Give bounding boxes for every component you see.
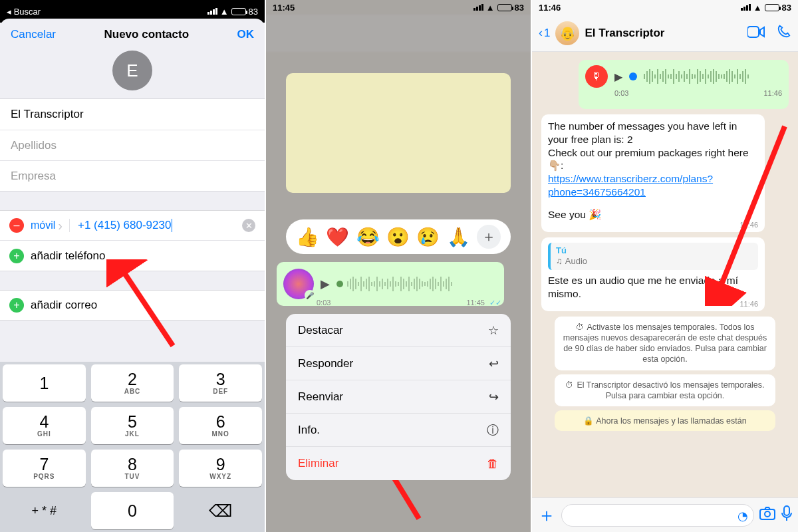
key-6[interactable]: 6MNO bbox=[179, 407, 262, 444]
signal-icon bbox=[741, 4, 751, 11]
timer-icon: ⏱ bbox=[576, 323, 585, 332]
key-0[interactable]: 0 bbox=[91, 492, 174, 529]
key-8[interactable]: 8TUV bbox=[91, 450, 174, 487]
forward-icon: ↪ bbox=[489, 390, 499, 404]
wifi-icon: ▲ bbox=[753, 3, 762, 13]
emoji-pray[interactable]: 🙏 bbox=[447, 226, 470, 248]
status-bar: 11:45 ▲ 83 bbox=[266, 0, 531, 15]
pane-chat: 11:46 ▲ 83 ‹1 👴 El Transcriptor 🎙 ▶ 0:03… bbox=[532, 0, 798, 532]
avatar[interactable]: E bbox=[112, 51, 152, 90]
waveform-icon bbox=[644, 69, 782, 84]
read-ticks-icon: ✓✓ bbox=[487, 299, 501, 307]
more-reactions-button[interactable]: ＋ bbox=[477, 225, 501, 249]
signal-icon bbox=[207, 8, 217, 15]
emoji-sad[interactable]: 😢 bbox=[416, 226, 440, 248]
lock-icon: 🔒 bbox=[583, 416, 596, 426]
message-time: 11:46 bbox=[739, 299, 758, 309]
waveform-icon bbox=[347, 278, 497, 290]
back-button[interactable]: ‹1 bbox=[539, 26, 550, 40]
wifi-icon: ▲ bbox=[220, 7, 229, 17]
reply-icon: ↩ bbox=[489, 356, 499, 371]
add-email-button[interactable]: + añadir correo bbox=[0, 290, 265, 321]
emoji-wow[interactable]: 😮 bbox=[386, 226, 410, 248]
emoji-heart[interactable]: ❤️ bbox=[326, 226, 349, 248]
audio-call-icon[interactable] bbox=[777, 24, 791, 43]
playhead-icon[interactable] bbox=[629, 72, 637, 80]
emoji-thumbsup[interactable]: 👍 bbox=[296, 226, 319, 248]
phone-number-input[interactable]: +1 (415) 680-9230 bbox=[69, 219, 242, 233]
voice-message[interactable]: 🎤 ▶ 0:03 11:45 ✓✓ bbox=[277, 262, 504, 306]
last-name-field[interactable]: Apellidos bbox=[0, 130, 265, 160]
system-message[interactable]: ⏱El Transcriptor desactivó los mensajes … bbox=[555, 374, 775, 407]
mic-icon: 🎙 bbox=[585, 65, 608, 88]
add-phone-button[interactable]: + añadir teléfono bbox=[0, 241, 265, 271]
svg-rect-5 bbox=[784, 506, 789, 515]
menu-forward[interactable]: Reenviar↪ bbox=[286, 380, 511, 414]
sender-avatar: 🎤 bbox=[283, 269, 314, 299]
star-icon: ☆ bbox=[488, 323, 499, 338]
company-field[interactable]: Empresa bbox=[0, 160, 265, 191]
numeric-keypad: 1 2ABC 3DEF 4GHI 5JKL 6MNO 7PQRS 8TUV 9W… bbox=[0, 362, 265, 532]
encryption-banner bbox=[286, 73, 511, 193]
voice-time: 11:45 bbox=[466, 299, 485, 307]
contact-name[interactable]: El Transcriptor bbox=[585, 27, 735, 40]
key-5[interactable]: 5JKL bbox=[91, 407, 174, 444]
playhead-icon[interactable] bbox=[336, 281, 343, 287]
signal-icon bbox=[473, 4, 483, 11]
video-call-icon[interactable] bbox=[747, 25, 765, 42]
wifi-icon: ▲ bbox=[486, 3, 495, 13]
play-icon[interactable]: ▶ bbox=[614, 70, 622, 83]
emoji-laugh[interactable]: 😂 bbox=[356, 226, 380, 248]
key-3[interactable]: 3DEF bbox=[179, 364, 262, 402]
key-7[interactable]: 7PQRS bbox=[3, 450, 86, 487]
menu-star[interactable]: Destacar☆ bbox=[286, 314, 511, 347]
timer-icon: ⏱ bbox=[565, 380, 574, 390]
plus-icon: + bbox=[9, 298, 24, 313]
cancel-button[interactable]: Cancelar bbox=[11, 28, 56, 41]
key-4[interactable]: 4GHI bbox=[3, 407, 86, 444]
key-9[interactable]: 9WXYZ bbox=[179, 450, 262, 487]
attach-button[interactable]: ＋ bbox=[537, 503, 556, 528]
modal-title: Nuevo contacto bbox=[104, 28, 190, 41]
key-1[interactable]: 1 bbox=[3, 364, 86, 402]
camera-icon[interactable] bbox=[759, 507, 775, 524]
chat-header: ‹1 👴 El Transcriptor bbox=[532, 15, 798, 52]
svg-point-4 bbox=[765, 511, 770, 517]
message-input[interactable]: ◔ bbox=[561, 504, 754, 527]
message-time: 11:46 bbox=[739, 220, 758, 229]
incoming-transcription[interactable]: Tú ♫Audio Este es un audio que me he env… bbox=[541, 237, 765, 311]
incoming-message[interactable]: The number of messages you have left in … bbox=[541, 114, 765, 232]
info-icon: ⓘ bbox=[487, 422, 499, 438]
key-2[interactable]: 2ABC bbox=[91, 364, 174, 402]
battery-icon bbox=[497, 4, 512, 11]
chat-body: 🎙 ▶ 0:0311:46 The number of messages you… bbox=[532, 52, 798, 497]
pane-message-menu: 11:45 ▲ 83 👍 ❤️ 😂 😮 😢 🙏 ＋ 🎤 ▶ 0:03 11:45… bbox=[266, 0, 532, 532]
menu-delete[interactable]: Eliminar🗑 bbox=[286, 447, 511, 480]
key-symbols[interactable]: + * # bbox=[3, 492, 86, 529]
trash-icon: 🗑 bbox=[487, 457, 499, 471]
menu-reply[interactable]: Responder↩ bbox=[286, 347, 511, 380]
voice-duration: 0:03 bbox=[614, 89, 628, 97]
remove-phone-button[interactable]: – bbox=[9, 218, 24, 233]
clear-icon[interactable]: ✕ bbox=[242, 219, 255, 232]
input-bar: ＋ ◔ bbox=[532, 497, 798, 532]
ok-button[interactable]: OK bbox=[237, 28, 254, 41]
quoted-reply: Tú ♫Audio bbox=[548, 243, 758, 270]
sticker-icon[interactable]: ◔ bbox=[737, 509, 748, 523]
key-backspace[interactable]: ⌫ bbox=[179, 492, 262, 529]
system-message[interactable]: ⏱Activaste los mensajes temporales. Todo… bbox=[555, 317, 775, 370]
premium-link[interactable]: https://www.transcriberz.com/plans?phone… bbox=[548, 173, 713, 198]
contact-avatar[interactable]: 👴 bbox=[555, 21, 579, 45]
sent-voice-message[interactable]: 🎙 ▶ 0:0311:46 bbox=[579, 60, 789, 109]
mic-icon[interactable] bbox=[781, 505, 793, 525]
voice-time: 11:46 bbox=[763, 89, 782, 97]
audio-note-icon: ♫ bbox=[556, 256, 563, 267]
phone-row[interactable]: – móvil› +1 (415) 680-9230 ✕ bbox=[0, 210, 265, 241]
play-icon[interactable]: ▶ bbox=[321, 277, 330, 291]
menu-info[interactable]: Info.ⓘ bbox=[286, 414, 511, 447]
plus-icon: + bbox=[9, 249, 24, 263]
encryption-banner: 🔒 Ahora los mensajes y las llamadas está… bbox=[555, 410, 775, 431]
first-name-field[interactable]: El Transcriptor bbox=[0, 99, 265, 130]
phone-type-picker[interactable]: móvil› bbox=[31, 218, 69, 233]
pane-new-contact: ◂ Buscar ▲ 83 Cancelar Nuevo contacto OK… bbox=[0, 0, 266, 532]
